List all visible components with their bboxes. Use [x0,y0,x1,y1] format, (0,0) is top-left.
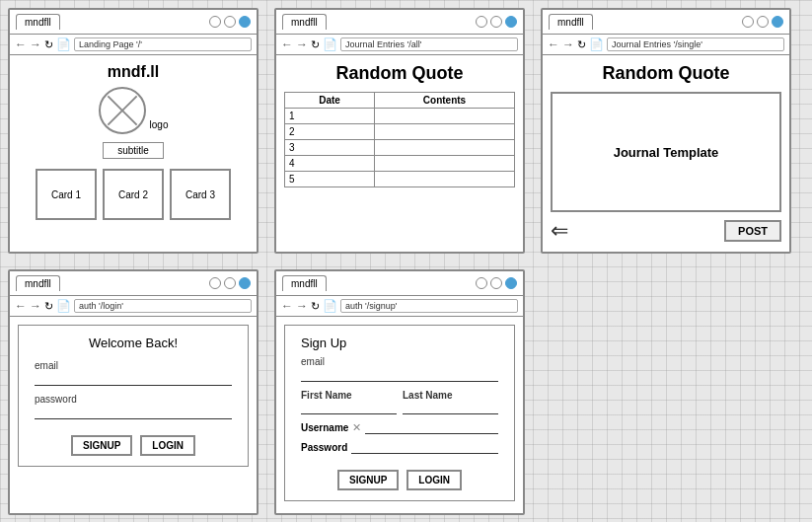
nav-bar-4: ← → ↻ 📄 auth '/login' [10,296,257,317]
window-signup: mndfll ← → ↻ 📄 auth '/signup' Sign Up em… [274,269,525,515]
password-input-signup[interactable] [351,440,498,454]
table-row: 5 [285,172,515,187]
address-bar-4[interactable]: auth '/login' [74,299,252,313]
circle-1 [209,277,221,289]
signup-email-label: email [301,356,498,367]
quote-title-all: Random Quote [336,63,464,84]
back-arrow[interactable]: ← [15,37,27,51]
welcome-title: Welcome Back! [89,336,178,350]
username-label: Username [301,422,348,433]
circle-3 [772,16,783,28]
nav-bar-landing: ← → ↻ 📄 Landing Page '/' [10,35,257,55]
card-3[interactable]: Card 3 [170,169,231,220]
col-date: Date [285,93,375,109]
table-row: 2 [285,124,515,140]
card-1[interactable]: Card 1 [36,169,97,220]
table-row: 4 [285,156,515,172]
password-input[interactable] [35,406,232,419]
forward-arrow[interactable]: → [296,37,308,51]
back-arrow[interactable]: ← [15,299,27,313]
refresh-icon[interactable]: ↻ [311,38,320,51]
forward-arrow[interactable]: → [30,37,41,51]
email-label: email [35,360,232,371]
login-form: Welcome Back! email password SIGNUP LOGI… [18,325,249,467]
signup-btn[interactable]: SIGNUP [337,470,399,490]
password-label-signup: Password [301,442,347,453]
address-bar-3[interactable]: Journal Entries '/single' [607,37,784,51]
logo-label: logo [150,119,169,130]
circle-2 [757,16,769,28]
login-button[interactable]: LOGIN [140,435,195,456]
empty-slot [533,261,799,522]
window-controls-4 [209,277,251,289]
refresh-icon[interactable]: ↻ [44,300,53,313]
username-input[interactable] [365,420,498,434]
tab-landing[interactable]: mndfll [16,14,60,30]
tab-journal-all[interactable]: mndfll [282,14,327,30]
window-journal-single: mndfll ← → ↻ 📄 Journal Entries '/single'… [541,8,791,254]
card-2[interactable]: Card 2 [103,169,164,220]
col-contents: Contents [375,93,515,109]
circle-2 [490,16,502,28]
page-icon: 📄 [56,299,71,313]
nav-bar-5: ← → ↻ 📄 auth '/signup' [276,296,523,317]
back-arrow[interactable]: ← [281,37,293,51]
circle-1 [742,16,754,28]
username-row: Username ✕ [301,420,498,434]
signup-buttons: SIGNUP LOGIN [337,470,462,490]
tab-login[interactable]: mndfll [16,275,60,291]
table-row: 3 [285,140,515,156]
title-bar-5: mndfll [276,271,523,296]
window-controls-landing [209,16,251,28]
tab-signup[interactable]: mndfll [282,275,327,291]
firstname-input[interactable] [301,401,397,414]
page-icon: 📄 [323,37,337,51]
journal-all-content: Random Quote Date Contents 1 2 3 4 5 [276,55,523,252]
clear-icon[interactable]: ✕ [352,421,361,434]
firstname-label: First Name [301,390,397,401]
email-input[interactable] [35,372,232,386]
title-bar-journal-all: mndfll [276,10,523,35]
nav-bar-3: ← → ↻ 📄 Journal Entries '/single' [543,35,789,55]
refresh-icon[interactable]: ↻ [577,38,586,51]
signup-email-field: email [301,356,498,382]
address-bar-2[interactable]: Journal Entries '/all' [340,37,518,51]
forward-arrow[interactable]: → [296,299,308,313]
post-button[interactable]: POST [724,220,781,242]
address-bar-5[interactable]: auth '/signup' [340,299,518,313]
journal-template-box: Journal Template [551,92,781,212]
journal-single-content: Random Quote Journal Template ⇐ POST [543,55,789,252]
login-buttons: SIGNUP LOGIN [71,435,195,456]
circle-2 [224,16,236,28]
circle-2 [224,277,236,289]
refresh-icon[interactable]: ↻ [44,38,53,51]
back-arrow[interactable]: ← [281,299,293,313]
name-row: First Name Last Name [301,390,498,414]
back-arrow[interactable]: ← [548,37,559,51]
signup-email-input[interactable] [301,368,498,382]
page-icon: 📄 [323,299,337,313]
refresh-icon[interactable]: ↻ [311,300,320,313]
site-title: mndf.ll [108,63,159,81]
tab-journal-single[interactable]: mndfll [549,14,593,30]
back-left-arrow[interactable]: ⇐ [551,218,568,244]
forward-arrow[interactable]: → [30,299,41,313]
circle-1 [209,16,221,28]
circle-3 [505,277,517,289]
window-journal-all: mndfll ← → ↻ 📄 Journal Entries '/all' Ra… [274,8,525,254]
signup-button[interactable]: SIGNUP [71,435,132,456]
address-bar-landing[interactable]: Landing Page '/' [74,37,252,51]
cards-row: Card 1 Card 2 Card 3 [36,169,231,220]
lastname-field: Last Name [403,390,498,414]
subtitle-box: subtitle [103,142,164,159]
title-bar-3: mndfll [543,10,789,35]
lastname-input[interactable] [403,401,498,414]
logo-row: logo [99,87,169,136]
circle-3 [239,277,251,289]
forward-arrow[interactable]: → [562,37,574,51]
page-icon: 📄 [589,37,604,51]
password-row: Password [301,440,498,454]
journal-table: Date Contents 1 2 3 4 5 [284,92,515,187]
title-bar-4: mndfll [10,271,257,296]
login-btn[interactable]: LOGIN [406,470,462,490]
